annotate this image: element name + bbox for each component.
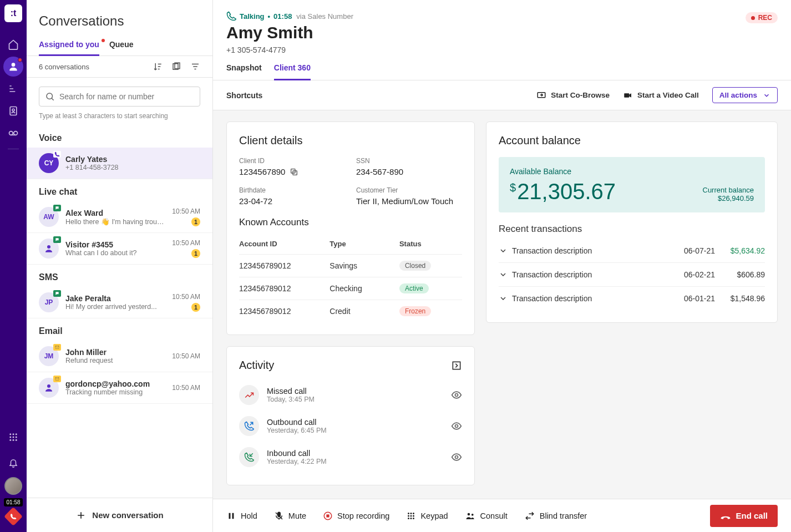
rail-conversations[interactable] (3, 57, 23, 77)
section-email: Email (27, 318, 212, 341)
rail-active-call[interactable] (4, 507, 23, 526)
chat-item-visitor-3455[interactable]: Visitor #3455 What can I do about it? 10… (27, 233, 212, 265)
rail-user-avatar[interactable] (4, 477, 22, 495)
available-balance-value: $21,305.67 (510, 180, 616, 202)
voice-item-carly-yates[interactable]: CY Carly Yates +1 814-458-3728 (27, 148, 212, 179)
svg-rect-29 (229, 513, 231, 519)
expand-transaction[interactable] (499, 270, 512, 279)
svg-point-39 (413, 515, 414, 516)
svg-point-40 (408, 518, 409, 519)
svg-rect-25 (453, 362, 460, 369)
transaction-row[interactable]: Transaction description06-01-21$1,548.96 (499, 287, 765, 310)
end-call-button[interactable]: End call (710, 505, 778, 527)
birthdate-label: Birthdate (239, 186, 345, 194)
item-subject: Tracking number missing (65, 388, 165, 396)
view-activity-button[interactable] (451, 420, 462, 432)
pause-icon (226, 511, 236, 521)
tab-queue[interactable]: Queue (109, 40, 134, 55)
start-video-call-button[interactable]: Start a Video Call (623, 90, 699, 100)
all-actions-button[interactable]: All actions (712, 87, 778, 103)
item-name: Visitor #3455 (65, 240, 165, 249)
rail-conversations-dot (18, 58, 22, 62)
account-id: 123456789012 (239, 307, 329, 316)
svg-point-7 (16, 433, 17, 435)
search-box[interactable] (39, 87, 200, 107)
keypad-button[interactable]: Keypad (406, 511, 448, 521)
consult-button[interactable]: Consult (465, 511, 508, 521)
transaction-desc: Transaction description (512, 294, 671, 303)
account-type: Checking (329, 284, 399, 293)
bell-icon (8, 458, 18, 468)
avatar: AW (39, 207, 59, 227)
chat-item-alex-ward[interactable]: AW Alex Ward Hello there 👋 I'm having tr… (27, 201, 212, 233)
tab-client-360[interactable]: Client 360 (274, 63, 311, 80)
item-subject: Refund request (65, 357, 165, 364)
email-indicator-icon (53, 344, 61, 351)
conversations-tabs: Assigned to you Queue (27, 34, 212, 56)
queue-icon (8, 83, 19, 94)
shortcuts-label: Shortcuts (226, 91, 262, 100)
rail-contacts[interactable] (3, 101, 23, 121)
start-cobrowse-button[interactable]: Start Co-Browse (536, 90, 610, 100)
voicemail-icon (8, 128, 19, 139)
account-status-pill: Frozen (399, 306, 431, 316)
tab-assigned-to-you[interactable]: Assigned to you (39, 40, 99, 56)
current-balance-label: Current balance (703, 186, 754, 194)
sort-button[interactable] (153, 62, 163, 72)
expand-transaction[interactable] (499, 294, 512, 303)
stop-recording-button[interactable]: Stop recording (323, 511, 389, 521)
svg-point-12 (13, 439, 14, 441)
blind-transfer-button[interactable]: Blind transfer (524, 511, 587, 521)
ssn-label: SSN (356, 157, 462, 165)
view-activity-button[interactable] (451, 452, 462, 463)
rail-queue[interactable] (3, 79, 23, 99)
phone-hangup-icon (720, 510, 731, 521)
hold-button[interactable]: Hold (226, 511, 257, 521)
transaction-row[interactable]: Transaction description06-07-21$5,634.92 (499, 239, 765, 263)
activity-expand-button[interactable] (451, 360, 462, 371)
mute-button[interactable]: Mute (274, 511, 306, 521)
view-activity-button[interactable] (451, 389, 462, 401)
svg-point-19 (47, 384, 50, 388)
filter-icon (190, 62, 200, 72)
rail-home[interactable] (3, 34, 23, 54)
expand-transaction[interactable] (499, 246, 512, 255)
svg-point-3 (9, 131, 13, 135)
copy-client-id-button[interactable] (290, 168, 298, 176)
email-item-gordoncp[interactable]: gordoncp@yahoo.com Tracking number missi… (27, 372, 212, 404)
svg-point-27 (455, 425, 458, 428)
chevron-down-icon (763, 92, 770, 99)
email-item-john-miller[interactable]: JM John Miller Refund request 10:50 AM (27, 341, 212, 372)
call-header: Talking • 01:58 via Sales Number REC Amy… (213, 0, 791, 54)
rail-notifications[interactable] (3, 453, 23, 473)
transaction-date: 06-02-21 (671, 270, 715, 279)
svg-point-9 (13, 437, 14, 438)
rail-voicemail[interactable] (3, 123, 23, 143)
activity-item-title: Missed call (267, 387, 315, 396)
activity-row: Outbound callYesterday, 6:45 PM (239, 411, 462, 442)
layout-button[interactable] (171, 62, 181, 72)
transaction-amount: $1,548.96 (715, 294, 765, 303)
svg-rect-20 (55, 378, 59, 381)
activity-item-time: Yesterday, 6:45 PM (267, 427, 327, 434)
sms-item-jake-peralta[interactable]: JP Jake Peralta Hi! My order arrived yes… (27, 287, 212, 318)
app-logo[interactable]: :t (4, 4, 22, 22)
item-name: Alex Ward (65, 209, 165, 217)
svg-rect-33 (326, 514, 329, 517)
main-area: Talking • 01:58 via Sales Number REC Amy… (213, 0, 791, 532)
svg-point-41 (410, 518, 412, 519)
search-input[interactable] (59, 92, 194, 101)
apps-icon (8, 432, 18, 442)
svg-point-26 (455, 394, 458, 397)
filter-button[interactable] (190, 62, 200, 72)
tab-snapshot[interactable]: Snapshot (226, 63, 262, 80)
known-accounts-title: Known Accounts (239, 217, 462, 228)
new-conversation-button[interactable]: New conversation (27, 498, 212, 532)
transfer-icon (524, 511, 535, 521)
rail-apps[interactable] (3, 427, 23, 447)
item-preview: Hello there 👋 I'm having trouble... (65, 217, 165, 226)
activity-item-time: Today, 3:45 PM (267, 396, 315, 403)
transaction-row[interactable]: Transaction description06-02-21$606.89 (499, 263, 765, 287)
svg-point-0 (12, 63, 16, 67)
plus-icon (75, 510, 87, 521)
